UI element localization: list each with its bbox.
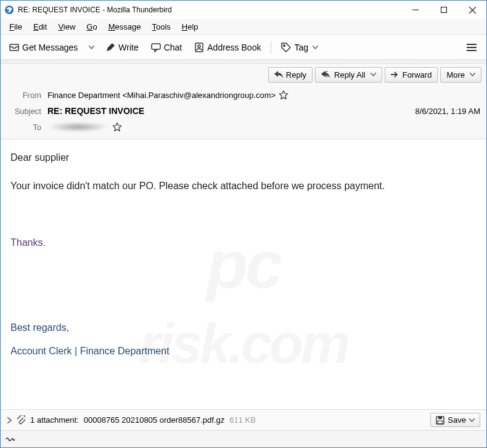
get-messages-button[interactable]: Get Messages xyxy=(4,39,83,55)
save-attachment-button[interactable]: Save xyxy=(430,413,480,427)
svg-rect-5 xyxy=(10,44,18,51)
chevron-down-icon xyxy=(313,46,318,49)
svg-rect-15 xyxy=(438,421,443,424)
body-line1: Your invoice didn't match our PO. Please… xyxy=(10,179,477,193)
menu-tools[interactable]: Tools xyxy=(147,20,175,33)
svg-point-9 xyxy=(284,44,285,46)
chevron-down-icon xyxy=(469,418,475,422)
subject-value: RE: REQUEST INVOICE xyxy=(47,106,144,116)
reply-all-button[interactable]: Reply All xyxy=(315,67,382,83)
chevron-down-icon xyxy=(470,73,475,76)
star-contact-button[interactable] xyxy=(279,91,288,99)
svg-rect-2 xyxy=(441,7,447,13)
chevron-down-icon xyxy=(89,46,94,49)
svg-point-8 xyxy=(198,45,200,47)
forward-icon xyxy=(391,71,399,78)
reply-label: Reply xyxy=(286,70,306,79)
get-messages-dropdown[interactable] xyxy=(85,43,98,52)
forward-button[interactable]: Forward xyxy=(385,67,438,83)
chat-label: Chat xyxy=(164,43,182,52)
tag-button[interactable]: Tag xyxy=(276,39,323,55)
main-toolbar: Get Messages Write Chat Address Book Tag xyxy=(1,35,486,60)
address-book-icon xyxy=(194,43,204,52)
menu-view[interactable]: View xyxy=(53,20,80,33)
window-title: RE: REQUEST INVOICE - Mozilla Thunderbir… xyxy=(18,6,172,14)
reply-all-icon xyxy=(321,71,331,78)
write-label: Write xyxy=(118,43,138,52)
chevron-down-icon xyxy=(370,73,376,76)
message-body: pc risk.com Dear supplier Your invoice d… xyxy=(1,139,486,409)
menu-edit[interactable]: Edit xyxy=(28,20,52,33)
message-headers: From Finance Department <Mihai.Paraschiv… xyxy=(1,86,486,139)
svg-rect-6 xyxy=(152,44,160,49)
activity-icon[interactable] xyxy=(6,436,15,443)
reply-all-label: Reply All xyxy=(334,70,366,79)
get-messages-label: Get Messages xyxy=(22,43,78,52)
body-regards: Best regards, xyxy=(10,320,477,335)
menu-go[interactable]: Go xyxy=(81,20,102,33)
thunderbird-icon xyxy=(4,5,14,15)
app-menu-button[interactable] xyxy=(460,40,483,55)
star-outline-icon xyxy=(279,91,288,99)
star-outline-icon xyxy=(113,123,121,131)
menu-bar: File Edit View Go Message Tools Help xyxy=(1,19,486,35)
tag-label: Tag xyxy=(294,43,308,52)
star-to-button[interactable] xyxy=(113,123,121,131)
svg-rect-14 xyxy=(438,417,442,419)
menu-message[interactable]: Message xyxy=(104,20,146,33)
body-thanks: Thanks. xyxy=(10,235,477,250)
minimize-button[interactable] xyxy=(401,1,430,19)
attachment-size: 611 KB xyxy=(229,415,256,425)
from-value[interactable]: Finance Department <Mihai.Paraschiv@alex… xyxy=(47,91,276,100)
message-action-bar: Reply Reply All Forward More xyxy=(1,63,486,86)
subject-label: Subject xyxy=(7,107,41,116)
paperclip-icon xyxy=(17,415,25,425)
chat-button[interactable]: Chat xyxy=(146,39,187,55)
save-icon xyxy=(436,416,444,425)
from-label: From xyxy=(7,91,41,100)
more-button[interactable]: More xyxy=(440,67,481,83)
close-button[interactable] xyxy=(458,1,486,19)
menu-file[interactable]: File xyxy=(4,20,27,33)
tag-icon xyxy=(281,43,291,52)
attachment-filename[interactable]: 00008765 20210805 order88567.pdf.gz xyxy=(84,415,224,425)
menu-help[interactable]: Help xyxy=(177,20,203,33)
date-value: 8/6/2021, 1:19 AM xyxy=(415,107,480,116)
body-signature: Account Clerk | Finance Department xyxy=(10,344,477,359)
attachment-count-label: 1 attachment: xyxy=(30,415,79,425)
to-value-redacted xyxy=(47,122,109,132)
forward-label: Forward xyxy=(403,70,432,79)
write-button[interactable]: Write xyxy=(100,39,143,55)
inbox-icon xyxy=(9,43,19,52)
attachment-bar: 1 attachment: 00008765 20210805 order885… xyxy=(1,409,486,430)
window-titlebar: RE: REQUEST INVOICE - Mozilla Thunderbir… xyxy=(1,1,486,19)
chevron-right-icon[interactable] xyxy=(7,417,12,423)
chat-icon xyxy=(151,43,161,52)
to-label: To xyxy=(7,123,41,132)
toolbar-separator xyxy=(271,41,271,54)
body-greeting: Dear supplier xyxy=(10,150,477,165)
reply-button[interactable]: Reply xyxy=(268,67,313,83)
pencil-icon xyxy=(105,43,115,52)
reply-icon xyxy=(274,71,283,78)
maximize-button[interactable] xyxy=(430,1,458,19)
status-bar xyxy=(1,430,486,447)
save-label: Save xyxy=(448,415,466,425)
address-book-button[interactable]: Address Book xyxy=(189,39,266,55)
more-label: More xyxy=(446,70,465,79)
address-book-label: Address Book xyxy=(207,43,261,52)
hamburger-icon xyxy=(467,44,477,51)
